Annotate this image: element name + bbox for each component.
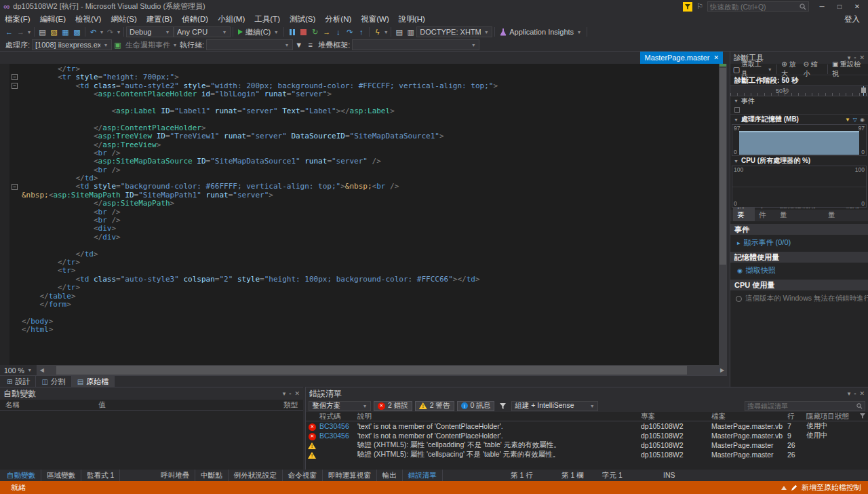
warnings-filter-button[interactable]: !2 警告 bbox=[415, 401, 454, 411]
error-row[interactable]: !驗證 (XHTML5): 屬性 'cellspacing' 不是 'table… bbox=[306, 450, 868, 459]
menu-item[interactable]: 編輯(E) bbox=[35, 13, 71, 25]
stack-frame-select[interactable]: ▾ bbox=[352, 39, 479, 50]
error-search-input[interactable] bbox=[747, 402, 854, 410]
column-header[interactable]: 行 bbox=[787, 412, 806, 421]
horizontal-scrollbar-thumb[interactable] bbox=[56, 366, 687, 375]
column-header[interactable]: 類型 bbox=[283, 400, 298, 410]
error-list-header[interactable]: 錯誤清單 ▾ ▫ ✕ bbox=[306, 387, 868, 400]
maximize-button[interactable]: □ bbox=[831, 1, 848, 12]
tool-window-tab[interactable]: 輸出 bbox=[377, 470, 403, 481]
menu-item[interactable]: 檔案(F) bbox=[0, 13, 35, 25]
zoom-out-button[interactable]: ⊖ 縮小 bbox=[804, 60, 823, 79]
view-tab[interactable]: ⊞設計 bbox=[1, 376, 36, 387]
minimize-button[interactable]: ─ bbox=[813, 1, 831, 12]
navigate-back-icon[interactable]: ← bbox=[3, 26, 15, 38]
solution-config-select[interactable]: Debug▾ bbox=[126, 26, 174, 37]
save-icon[interactable]: ▦ bbox=[60, 26, 71, 38]
zoom-select[interactable]: 100 %▾ bbox=[0, 365, 37, 375]
code-line[interactable]: </td> bbox=[0, 250, 719, 259]
collapse-icon[interactable]: ▼ bbox=[734, 159, 738, 164]
eye-icon[interactable]: ◉ bbox=[860, 117, 865, 123]
take-snapshot-link[interactable]: ◉擷取快照 bbox=[730, 263, 868, 277]
code-line[interactable]: </tr> bbox=[0, 259, 719, 267]
fold-marker[interactable]: − bbox=[12, 184, 18, 190]
tool-window-tab[interactable]: 中斷點 bbox=[195, 470, 229, 481]
menu-item[interactable]: 說明(H) bbox=[394, 13, 430, 25]
error-row[interactable]: ✕BC30456'text' is not a member of 'Conte… bbox=[306, 431, 868, 440]
doctype-select[interactable]: DOCTYPE: XHTML5▾ bbox=[416, 26, 492, 37]
view-designer-icon[interactable]: ▤ bbox=[393, 26, 405, 38]
memory-chart-header[interactable]: ▼ 處理序記憶體 (MB) ▼▽◉ bbox=[730, 115, 868, 124]
threads-in-source-icon[interactable]: ≡ bbox=[304, 39, 316, 51]
close-icon[interactable]: ✕ bbox=[294, 390, 300, 397]
break-all-icon[interactable] bbox=[286, 26, 298, 38]
window-menu-icon[interactable]: ▾ bbox=[283, 390, 286, 397]
continue-button[interactable]: 繼續(C) ▾ bbox=[235, 27, 281, 37]
intellitrace-dropdown-icon[interactable]: ▾ bbox=[383, 29, 389, 35]
code-line[interactable]: </body> bbox=[0, 318, 719, 326]
column-header[interactable]: 檔案 bbox=[711, 412, 787, 421]
memory-section-header[interactable]: 記憶體使用量 bbox=[730, 252, 868, 263]
column-header[interactable]: 專案 bbox=[641, 412, 711, 421]
code-line[interactable]: <asp:Label ID="Label1" runat="server" Te… bbox=[0, 107, 719, 115]
show-events-link[interactable]: ▸顯示事件 (0/0) bbox=[730, 235, 868, 249]
code-editor[interactable]: </tr> <tr style="height: 700px;"> <td cl… bbox=[0, 64, 719, 365]
menu-item[interactable]: 分析(N) bbox=[320, 13, 356, 25]
code-line[interactable] bbox=[0, 309, 719, 317]
menu-item[interactable]: 視窗(W) bbox=[356, 13, 394, 25]
quick-launch-input[interactable] bbox=[710, 3, 800, 11]
scope-select[interactable]: 整個方案▾ bbox=[309, 401, 371, 411]
code-line[interactable]: </tr> bbox=[0, 284, 719, 292]
app-insights-button[interactable]: Application Insights ▾ bbox=[497, 28, 585, 36]
collapse-icon[interactable]: ▼ bbox=[734, 117, 738, 122]
quick-launch-box[interactable] bbox=[707, 1, 809, 12]
filter-icon[interactable] bbox=[497, 400, 509, 412]
window-menu-icon[interactable]: ▾ bbox=[848, 390, 851, 397]
filter-icon[interactable]: ▽ bbox=[853, 117, 857, 123]
column-header[interactable]: 名稱 bbox=[5, 400, 20, 410]
pin-icon[interactable]: ▫ bbox=[289, 390, 291, 397]
tool-window-tab[interactable]: 命令視窗 bbox=[283, 470, 323, 481]
process-select[interactable]: [1008] iisexpress.exe▾ bbox=[32, 39, 112, 50]
cpu-section-header[interactable]: CPU 使用量 bbox=[730, 280, 868, 290]
new-file-icon[interactable]: ▤ bbox=[37, 26, 48, 38]
platform-select[interactable]: Any CPU▾ bbox=[174, 26, 231, 37]
view-tab[interactable]: ▤原始檔 bbox=[72, 376, 115, 387]
column-header[interactable]: 值 bbox=[98, 400, 106, 410]
redo-dropdown-icon[interactable]: ▾ bbox=[116, 29, 121, 35]
reset-view-button[interactable]: ▣ 重設檢視 bbox=[832, 60, 865, 79]
scroll-right-icon[interactable]: ▶ bbox=[717, 365, 727, 375]
code-line[interactable]: </table> bbox=[0, 292, 719, 301]
restart-icon[interactable]: ↻ bbox=[309, 26, 321, 38]
filter-icon[interactable] bbox=[860, 413, 865, 419]
vertical-scrollbar-thumb[interactable] bbox=[719, 68, 726, 265]
autos-body[interactable] bbox=[0, 411, 303, 469]
show-next-statement-icon[interactable]: → bbox=[321, 26, 332, 38]
timeline-handle[interactable] bbox=[861, 88, 866, 93]
error-row[interactable]: !驗證 (XHTML5): 屬性 'cellpadding' 不是 'table… bbox=[306, 440, 868, 450]
error-search-box[interactable] bbox=[745, 401, 865, 411]
close-icon[interactable]: ✕ bbox=[859, 390, 865, 397]
pin-icon[interactable]: ▫ bbox=[854, 390, 856, 397]
nav-dropdown-icon[interactable]: ▾ bbox=[26, 29, 32, 35]
fold-marker[interactable]: − bbox=[12, 74, 18, 80]
tool-window-tab[interactable]: 錯誤清單 bbox=[403, 470, 443, 481]
menu-item[interactable]: 偵錯(D) bbox=[177, 13, 213, 25]
fold-marker[interactable]: − bbox=[12, 83, 18, 89]
step-over-icon[interactable]: ↷ bbox=[344, 26, 355, 38]
code-line[interactable]: </form> bbox=[0, 301, 719, 309]
flag-icon[interactable]: ▼ bbox=[293, 39, 304, 51]
lifecycle-events-select[interactable]: 生命週期事件 bbox=[123, 40, 172, 50]
errors-filter-button[interactable]: ✕2 錯誤 bbox=[374, 401, 412, 411]
vertical-scrollbar[interactable] bbox=[719, 64, 727, 365]
snapshot-marker-icon[interactable]: ▼ bbox=[845, 117, 850, 123]
menu-item[interactable]: 建置(B) bbox=[142, 13, 177, 25]
redo-icon[interactable]: ↷ bbox=[104, 26, 116, 38]
code-line[interactable]: <td class="auto-style3" colspan="2" styl… bbox=[0, 276, 719, 284]
save-all-icon[interactable]: ▩ bbox=[71, 26, 83, 38]
events-section-header[interactable]: 事件 bbox=[730, 224, 868, 235]
undo-dropdown-icon[interactable]: ▾ bbox=[99, 29, 104, 35]
close-tab-icon[interactable]: ✕ bbox=[713, 54, 719, 61]
notifications-icon[interactable]: ⚐ bbox=[696, 2, 703, 11]
undo-icon[interactable]: ↶ bbox=[87, 26, 99, 38]
